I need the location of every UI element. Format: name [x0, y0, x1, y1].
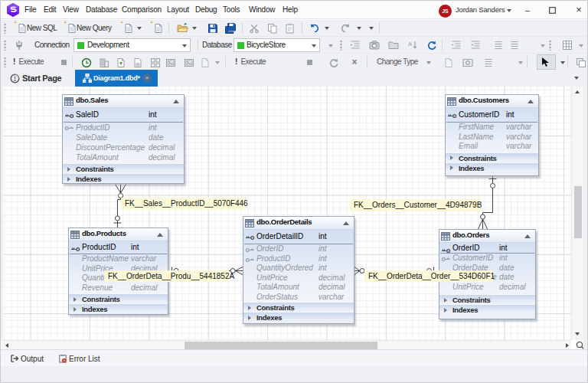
svg-text:A: A	[408, 41, 413, 47]
